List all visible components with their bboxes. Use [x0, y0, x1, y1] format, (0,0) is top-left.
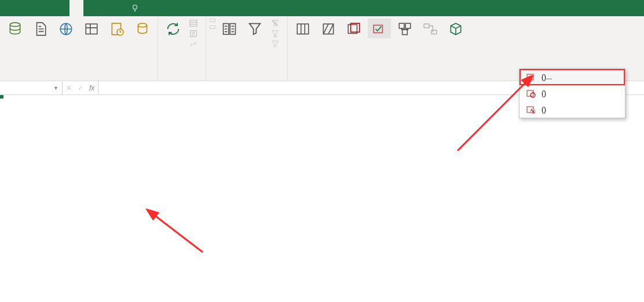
svg-rect-3: [86, 24, 97, 34]
advanced-filter-item[interactable]: [269, 39, 284, 49]
connections-icon: [134, 21, 151, 37]
group-label-data-tools: [291, 71, 467, 79]
dropdown-data-validation[interactable]: ()...: [519, 69, 625, 85]
clear-icon: [271, 19, 279, 27]
refresh-icon: [165, 21, 181, 37]
ribbon-group-sort-filter: [206, 16, 288, 81]
filter-button[interactable]: [243, 19, 266, 38]
svg-rect-16: [399, 23, 404, 28]
menu-layout[interactable]: [42, 0, 56, 16]
database-icon: [7, 21, 23, 37]
sort-desc-button[interactable]: [210, 26, 215, 29]
from-csv-button[interactable]: [29, 19, 52, 38]
dropdown-circle-invalid[interactable]: (): [519, 85, 625, 101]
svg-line-26: [153, 214, 203, 252]
svg-rect-12: [323, 24, 333, 34]
advanced-icon: [271, 40, 279, 48]
tell-me-search[interactable]: [125, 0, 148, 16]
menu-insert[interactable]: [28, 0, 42, 16]
confirm-edit-icon[interactable]: ✓: [78, 84, 83, 92]
svg-rect-21: [527, 74, 533, 80]
sort-button[interactable]: [218, 19, 241, 38]
menu-formula[interactable]: [56, 0, 69, 16]
data-validation-icon: [371, 21, 387, 37]
existing-connections-button[interactable]: [131, 19, 154, 38]
menu-data[interactable]: [69, 0, 83, 16]
clear-circles-icon: [526, 105, 536, 114]
from-table-button[interactable]: [80, 19, 103, 38]
circle-invalid-icon: [526, 89, 536, 98]
menu-review[interactable]: [83, 0, 97, 16]
sort-asc-button[interactable]: [210, 19, 215, 22]
svg-point-0: [133, 5, 137, 9]
text-to-columns-button[interactable]: [291, 19, 314, 38]
name-box[interactable]: ▼: [0, 81, 63, 94]
data-model-icon: [448, 21, 464, 37]
consolidate-button[interactable]: [393, 19, 416, 38]
clear-filter-item[interactable]: [269, 19, 284, 28]
menu-help[interactable]: [111, 0, 125, 16]
sort-icon: [221, 21, 237, 37]
menu-view[interactable]: [97, 0, 111, 16]
dropdown-item-label: (): [541, 105, 546, 114]
dropdown-clear-circles[interactable]: (): [519, 101, 625, 118]
data-validation-dropdown: ()... () (): [519, 68, 625, 118]
dropdown-item-label: ()...: [541, 73, 552, 81]
svg-point-6: [138, 23, 147, 27]
table-icon: [83, 21, 100, 37]
svg-rect-19: [424, 24, 429, 28]
flash-fill-button[interactable]: [317, 19, 340, 38]
svg-rect-20: [431, 30, 437, 34]
data-validation-button[interactable]: [368, 19, 391, 38]
remove-dup-icon: [346, 21, 362, 37]
from-web-button[interactable]: [54, 19, 78, 38]
edit-links-item[interactable]: [187, 39, 202, 49]
consolidate-icon: [397, 21, 413, 37]
ribbon-group-data-tools: [288, 16, 471, 81]
file-text-icon: [32, 21, 49, 37]
svg-rect-7: [190, 20, 197, 27]
dropdown-item-label: (): [541, 89, 546, 97]
relationships-icon: [422, 21, 438, 37]
remove-duplicates-button[interactable]: [342, 19, 365, 38]
properties-icon: [189, 30, 197, 38]
svg-point-23: [530, 93, 535, 97]
annotation-arrow-1: [145, 209, 214, 261]
lightbulb-icon: [131, 4, 139, 12]
svg-rect-15: [374, 26, 382, 33]
reapply-filter-item[interactable]: [269, 29, 284, 38]
menu-bar: [0, 0, 644, 16]
list-icon: [189, 19, 197, 27]
columns-icon: [295, 21, 311, 37]
properties-item[interactable]: [187, 29, 202, 38]
queries-connections-item[interactable]: [187, 19, 202, 28]
ribbon-group-get-transform: [0, 16, 158, 81]
svg-rect-11: [297, 24, 309, 34]
reapply-icon: [271, 30, 279, 38]
cancel-edit-icon[interactable]: ✕: [66, 84, 72, 92]
recent-sources-button[interactable]: [105, 19, 129, 38]
ribbon-group-queries: [158, 16, 206, 81]
menu-file[interactable]: [0, 0, 14, 16]
fx-icon[interactable]: fx: [89, 84, 94, 92]
flash-fill-icon: [320, 21, 336, 37]
link-icon: [189, 40, 197, 48]
menu-home[interactable]: [14, 0, 28, 16]
group-label-sort-filter: [210, 78, 284, 79]
selection-handle[interactable]: [0, 95, 3, 99]
manage-data-model-button[interactable]: [444, 19, 467, 38]
clock-file-icon: [109, 21, 125, 37]
svg-point-1: [10, 23, 20, 27]
funnel-icon: [247, 21, 263, 37]
data-validation-icon: [526, 72, 536, 82]
globe-icon: [58, 21, 74, 37]
group-label-queries: [162, 78, 202, 79]
chevron-down-icon: ▼: [53, 85, 58, 91]
refresh-all-button[interactable]: [162, 19, 185, 38]
get-data-button[interactable]: [3, 19, 27, 38]
svg-rect-17: [405, 23, 411, 28]
group-label-get-transform: [3, 78, 154, 79]
relationships-button[interactable]: [419, 19, 442, 38]
svg-rect-18: [402, 30, 408, 35]
